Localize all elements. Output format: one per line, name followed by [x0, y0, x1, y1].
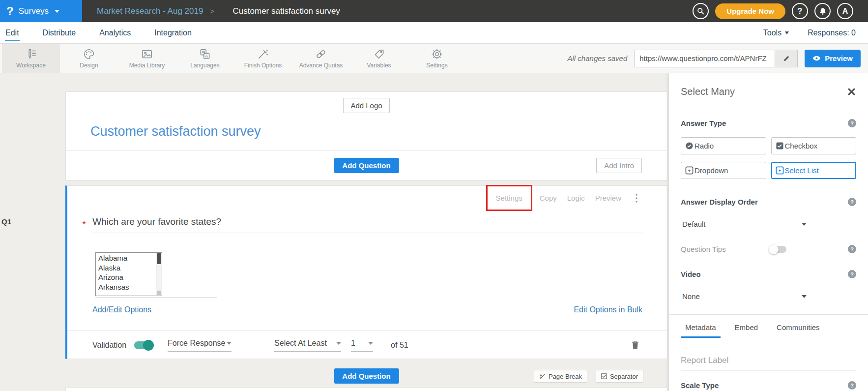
select-rule-dropdown[interactable]: Select At Least [274, 339, 341, 352]
bell-icon [819, 7, 826, 15]
magic-wand-icon [257, 48, 269, 60]
caret-down-icon [802, 295, 807, 298]
editor-toolbar: Workspace Design Media Library A Languag… [0, 43, 868, 73]
toolbar-item-variables[interactable]: Variables [350, 44, 408, 73]
answer-select-list[interactable]: Alabama Alaska Arizona Arkansas [95, 252, 162, 296]
toolbar-item-finish-options[interactable]: Finish Options [234, 44, 292, 73]
caret-down-icon [368, 342, 373, 345]
question-settings-action[interactable]: Settings [496, 194, 522, 202]
add-question-button-top[interactable]: Add Question [334, 158, 399, 173]
help-icon[interactable]: ? [848, 381, 856, 390]
survey-editor-canvas: Q1 Add Logo Customer satisfaction survey… [0, 73, 668, 391]
trash-icon [631, 340, 639, 350]
validation-label: Validation [92, 341, 126, 350]
notifications-button[interactable] [814, 3, 831, 19]
question-card: Settings Copy Logic Preview * Which are … [65, 185, 667, 359]
surveys-product-menu[interactable]: ? Surveys [0, 0, 82, 22]
checkbox-icon [776, 142, 784, 150]
separator-button[interactable]: Separator [596, 370, 643, 383]
next-card-edge [65, 388, 667, 391]
breadcrumb-folder-link[interactable]: Market Research - Aug 2019 [97, 6, 203, 16]
answer-display-order-dropdown[interactable]: Default [681, 220, 807, 228]
scrollbar-thumb[interactable] [157, 253, 161, 264]
breadcrumb-separator: > [210, 7, 214, 15]
upgrade-now-button[interactable]: Upgrade Now [715, 3, 785, 19]
answer-option[interactable]: Alabama [98, 253, 156, 263]
question-text-row: * Which are your favorite states? [82, 216, 643, 233]
delete-question-button[interactable] [631, 340, 639, 350]
help-button[interactable]: ? [792, 3, 808, 19]
scale-type-label: Scale Type [681, 381, 719, 390]
list-scrollbar[interactable] [156, 253, 162, 296]
settings-action-highlight[interactable]: Settings [486, 185, 532, 211]
answer-options: Alabama Alaska Arizona Arkansas [96, 253, 156, 296]
survey-url-input[interactable] [635, 50, 775, 67]
report-label-input[interactable] [681, 355, 856, 370]
video-label: Video [681, 270, 701, 278]
answer-option[interactable]: Arkansas [98, 282, 156, 292]
tab-analytics[interactable]: Analytics [99, 23, 131, 43]
add-logo-button[interactable]: Add Logo [343, 98, 389, 113]
edit-options-bulk-link[interactable]: Edit Options in Bulk [574, 305, 642, 314]
question-settings-panel: Select Many Answer Type ? Radio Checkbox… [668, 73, 868, 391]
survey-header-card: Add Logo Customer satisfaction survey Ad… [65, 91, 667, 180]
survey-title[interactable]: Customer satisfaction survey [90, 124, 667, 139]
add-edit-options-link[interactable]: Add/Edit Options [92, 305, 151, 314]
help-icon[interactable]: ? [848, 119, 856, 127]
toolbar-item-languages[interactable]: A Languages [176, 44, 234, 73]
help-icon[interactable]: ? [848, 245, 856, 253]
close-panel-button[interactable] [847, 87, 856, 96]
tab-distribute[interactable]: Distribute [42, 23, 77, 43]
tab-communities[interactable]: Communities [774, 322, 823, 338]
force-response-dropdown[interactable]: Force Response [168, 339, 231, 352]
answer-option[interactable]: Arizona [98, 272, 156, 282]
question-tips-toggle[interactable] [770, 246, 786, 253]
image-icon [141, 48, 153, 60]
toolbar-item-workspace[interactable]: Workspace [2, 44, 60, 73]
toolbar-item-advance-quotas[interactable]: Advance Quotas [292, 44, 350, 73]
validation-toggle[interactable] [134, 341, 153, 349]
account-avatar[interactable]: A [837, 3, 853, 19]
questionpro-survey-editor: { "topbar": { "logo_glyph": "?", "produc… [0, 0, 868, 391]
workspace-icon [25, 48, 37, 60]
add-intro-button[interactable]: Add Intro [596, 158, 642, 173]
options-links-row: Add/Edit Options Edit Options in Bulk [92, 305, 642, 314]
break-separator-group: Page Break Separator [534, 370, 643, 383]
responses-count: Responses: 0 [808, 29, 856, 37]
toolbar-item-design[interactable]: Design [60, 44, 118, 73]
question-text-editor[interactable]: Which are your favorite states? [92, 216, 643, 233]
edit-url-button[interactable] [775, 50, 797, 67]
svg-text:A: A [205, 54, 208, 59]
help-icon[interactable]: ? [848, 270, 856, 278]
panel-title: Select Many [681, 86, 735, 97]
search-button[interactable] [693, 3, 709, 19]
preview-button[interactable]: Preview [805, 50, 861, 67]
page-break-button[interactable]: Page Break [534, 370, 587, 383]
tab-edit[interactable]: Edit [5, 23, 20, 43]
toolbar-item-media-library[interactable]: Media Library [118, 44, 176, 73]
scale-type-header: Scale Type ? [681, 381, 856, 390]
question-logic-action[interactable]: Logic [567, 194, 585, 202]
answer-type-select-list[interactable]: Select List [771, 162, 857, 179]
page-break-icon [539, 373, 546, 380]
question-preview-action[interactable]: Preview [595, 194, 621, 202]
count-dropdown[interactable]: 1 [351, 339, 373, 352]
tab-integration[interactable]: Integration [154, 23, 192, 43]
question-copy-action[interactable]: Copy [540, 194, 557, 202]
question-number-label: Q1 [1, 217, 11, 226]
help-icon[interactable]: ? [848, 198, 856, 206]
toggle-knob [143, 340, 154, 351]
answer-type-checkbox[interactable]: Checkbox [771, 137, 857, 154]
video-dropdown[interactable]: None [681, 292, 807, 301]
tab-metadata[interactable]: Metadata [682, 322, 719, 338]
tools-menu[interactable]: Tools [763, 29, 789, 37]
gear-icon [431, 48, 443, 60]
answer-option[interactable]: Alaska [98, 263, 156, 273]
toolbar-item-settings[interactable]: Settings [408, 44, 466, 73]
answer-type-radio[interactable]: Radio [681, 137, 766, 154]
answer-type-dropdown[interactable]: Dropdown [681, 162, 766, 179]
add-question-button-bottom[interactable]: Add Question [334, 368, 399, 384]
more-options-button[interactable] [636, 194, 637, 203]
tab-embed[interactable]: Embed [732, 322, 761, 338]
answer-type-label: Answer Type [681, 119, 726, 127]
